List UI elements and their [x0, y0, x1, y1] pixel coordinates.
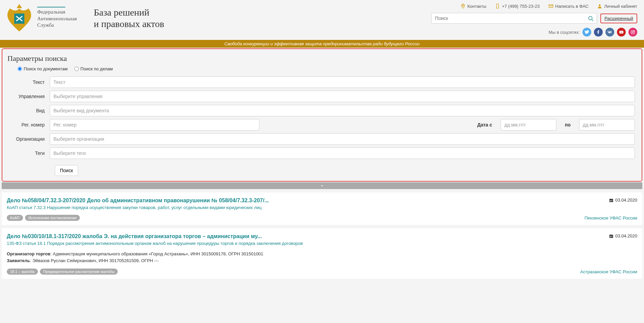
motto-bar: Свобода конкуренции и эффективная защита…: [0, 40, 644, 48]
label-dept: Управления: [6, 94, 50, 99]
social-label: Мы в соцсетях:: [549, 30, 580, 35]
result-subtitle[interactable]: 135-ФЗ статья 18.1 Порядок рассмотрения …: [7, 241, 637, 246]
tag[interactable]: Предварительное рассмотрение жалобы: [40, 269, 118, 275]
result-item: Дело №058/04/7.32.3-207/2020 Дело об адм…: [2, 192, 642, 225]
result-title[interactable]: Дело №058/04/7.32.3-207/2020 Дело об адм…: [7, 198, 269, 204]
ufas-link[interactable]: Пензенское УФАС России: [584, 215, 637, 221]
result-subtitle[interactable]: КоАП статья 7.32.3 Нарушение порядка осу…: [7, 205, 637, 210]
label-org: Организации: [6, 136, 50, 142]
label-date-from: Дата с: [477, 122, 492, 128]
service-name: Федеральная Антимонопольная Служба: [37, 7, 77, 29]
social-row: Мы в соцсетях:: [549, 28, 637, 37]
result-title[interactable]: Дело №030/10/18.1-317/2020 жалоба Э. на …: [7, 233, 262, 239]
svg-point-2: [599, 4, 601, 6]
search-panel: Параметры поиска Поиск по документам Пои…: [2, 48, 642, 182]
radio-documents[interactable]: Поиск по документам: [18, 66, 68, 71]
svg-rect-0: [497, 4, 499, 8]
search-box[interactable]: [431, 13, 597, 24]
search-icon[interactable]: [588, 16, 594, 23]
radio-cases[interactable]: Поиск по делам: [74, 66, 113, 71]
label-kind: Вид: [6, 108, 50, 113]
result-tags: 18.1 – жалобаПредварительное рассмотрени…: [7, 269, 118, 275]
label-date-to: по: [565, 122, 571, 128]
result-item: Дело №030/10/18.1-317/2020 жалоба Э. на …: [2, 228, 642, 279]
facebook-icon[interactable]: [594, 28, 603, 37]
phone-icon: [495, 3, 500, 9]
mail-icon: [548, 3, 554, 9]
svg-point-3: [589, 16, 592, 20]
search-input[interactable]: [435, 16, 593, 21]
advanced-search-link[interactable]: Расширенный: [600, 14, 637, 23]
contacts-link[interactable]: Контакты: [460, 3, 486, 9]
svg-point-6: [634, 31, 634, 31]
dept-input[interactable]: [50, 91, 635, 102]
label-text: Текст: [6, 79, 50, 85]
result-date: 03.04.2020: [609, 198, 637, 203]
page-title: База решений и правовых актов: [94, 7, 164, 29]
top-links: Контакты +7 (499) 755-23-23 Написать в Ф…: [460, 3, 637, 9]
result-date: 03.04.2020: [609, 233, 637, 238]
date-to-input[interactable]: [579, 119, 635, 131]
account-link[interactable]: Личный кабинет: [597, 3, 637, 9]
panel-title: Параметры поиска: [7, 54, 635, 63]
tag[interactable]: 18.1 – жалоба: [7, 269, 38, 275]
write-link[interactable]: Написать в ФАС: [548, 3, 589, 9]
svg-point-1: [497, 7, 498, 7]
tag[interactable]: КоАП: [7, 215, 23, 221]
twitter-icon[interactable]: [582, 28, 591, 37]
label-tags: Теги: [6, 151, 50, 156]
phone-link[interactable]: +7 (499) 755-23-23: [495, 3, 540, 9]
date-from-input[interactable]: [501, 119, 556, 131]
result-body: Организатор торгов: Администрация муници…: [7, 251, 637, 264]
org-input[interactable]: [50, 133, 635, 145]
svg-point-5: [632, 31, 634, 33]
logo-block[interactable]: Федеральная Антимонопольная Служба: [7, 3, 77, 32]
pin-icon: [460, 3, 466, 9]
calendar-icon: [609, 234, 614, 238]
tag[interactable]: Исполнение постановления: [25, 215, 80, 221]
search-button[interactable]: Поиск: [55, 165, 78, 176]
instagram-icon[interactable]: [628, 28, 637, 37]
calendar-icon: [609, 198, 614, 203]
collapse-bar[interactable]: [2, 182, 642, 189]
youtube-icon[interactable]: [617, 28, 626, 37]
header: Федеральная Антимонопольная Служба База …: [0, 0, 644, 40]
result-tags: КоАПИсполнение постановления: [7, 215, 80, 221]
text-input[interactable]: [50, 76, 635, 88]
chevron-up-icon: [320, 183, 324, 188]
vk-icon[interactable]: [605, 28, 614, 37]
tags-input[interactable]: [50, 147, 635, 159]
user-icon: [597, 3, 602, 9]
reg-input[interactable]: [50, 119, 259, 131]
ufas-link[interactable]: Астраханское УФАС России: [580, 269, 637, 274]
label-reg: Рег. номер: [6, 122, 50, 128]
emblem-icon: [7, 3, 32, 32]
kind-input[interactable]: [50, 105, 635, 116]
